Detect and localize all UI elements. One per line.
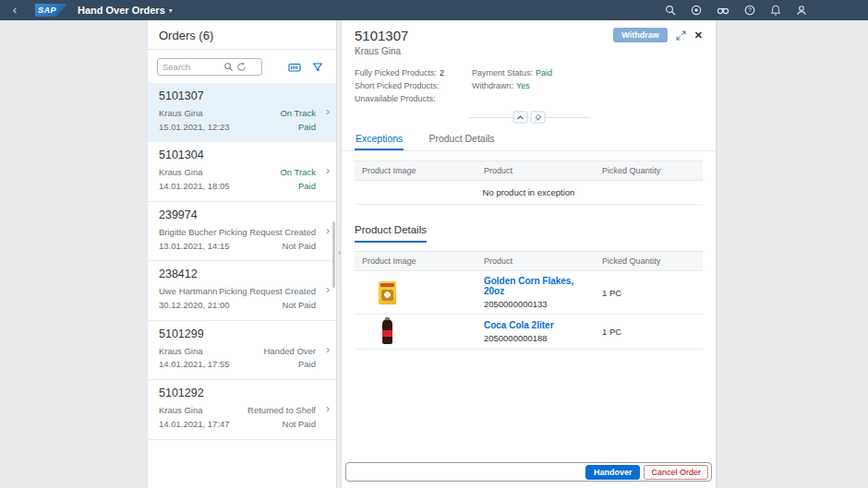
search-input[interactable] (163, 62, 223, 72)
orders-master-panel: Orders (6) 51013 (148, 20, 337, 488)
order-payment-status: Paid (298, 358, 316, 372)
chevron-right-icon: › (326, 344, 330, 355)
order-list-item[interactable]: 239974 Brigitte Bucher Picking Request C… (148, 202, 336, 261)
product-ean: 2050000000188 (484, 333, 587, 343)
product-link[interactable]: Golden Corn Flakes, 20oz (484, 276, 587, 296)
cancel-order-button[interactable]: Cancel Order (644, 465, 708, 480)
product-row: Coca Cola 2liter 2050000000188 1 PC (355, 315, 703, 350)
picked-quantity: 1 PC (595, 271, 703, 315)
products-col-product: Product (476, 252, 595, 271)
app-title[interactable]: Hand Over Orders (78, 5, 165, 16)
order-list-item[interactable]: 5101307 Kraus Gina On Track 15.01.2021, … (148, 83, 336, 142)
pin-icon[interactable] (530, 112, 545, 124)
header-collapse-row (355, 108, 703, 126)
binoculars-icon[interactable] (717, 5, 729, 16)
search-icon[interactable] (665, 5, 676, 16)
picked-quantity: 1 PC (595, 315, 703, 350)
fact-fully-picked: Fully Picked Products:2 (355, 67, 444, 79)
order-id: 5101304 (159, 149, 316, 161)
order-status: Handed Over (263, 345, 316, 359)
exceptions-col-product-image: Product Image (355, 161, 476, 181)
order-datetime: 14.01.2021, 17:55 (159, 358, 230, 372)
product-link[interactable]: Coca Cola 2liter (484, 320, 587, 330)
help-icon[interactable]: ? (744, 5, 755, 16)
back-icon[interactable]: ‹ (9, 5, 20, 16)
order-payment-status: Not Paid (283, 240, 316, 254)
handover-button[interactable]: Handover (585, 465, 641, 480)
profile-icon[interactable] (796, 5, 807, 16)
product-ean: 2050000000133 (484, 299, 587, 309)
order-status: On Track (280, 166, 316, 180)
order-status: Picking Request Created (219, 226, 316, 240)
order-payment-status: Paid (298, 180, 316, 194)
orders-list: 5101307 Kraus Gina On Track 15.01.2021, … (148, 83, 336, 440)
expand-icon[interactable] (676, 30, 686, 41)
detail-actions: Withdraw ✕ (613, 28, 703, 42)
tab-exceptions[interactable]: Exceptions (355, 126, 404, 150)
master-header: Orders (6) (148, 20, 336, 50)
chevron-right-icon: › (326, 106, 330, 117)
master-toolbar (148, 50, 336, 83)
chevron-right-icon: › (326, 284, 330, 295)
exceptions-col-product: Product (476, 161, 595, 181)
detail-footer: Handover Cancel Order (342, 456, 716, 488)
tab-product-details[interactable]: Product Details (428, 126, 495, 150)
order-id: 239974 (159, 208, 316, 221)
product-details-table: Product Image Product Picked Quantity Go… (355, 251, 703, 350)
order-status: On Track (280, 107, 316, 121)
header-facts: Fully Picked Products:2 Short Picked Pro… (355, 67, 703, 105)
barcode-scan-icon[interactable] (288, 62, 301, 73)
order-detail-panel: 5101307 Withdraw ✕ Kraus Gina Fully Pick… (342, 20, 716, 488)
notifications-icon[interactable] (770, 5, 781, 16)
order-status: Returned to Shelf (247, 404, 316, 418)
chevron-down-icon[interactable]: ▾ (169, 6, 173, 15)
order-datetime: 15.01.2021, 12:23 (159, 121, 230, 135)
product-details-section: Product Details (355, 220, 703, 243)
order-datetime: 14.01.2021, 17:47 (159, 418, 230, 432)
exceptions-col-picked-quantity: Picked Quantity (595, 161, 703, 181)
sap-logo-text: SAP (35, 6, 56, 15)
fact-short-picked: Short Picked Products: (355, 80, 444, 92)
app-screen: ‹ SAP Hand Over Orders ▾ ? (0, 0, 868, 488)
order-id: 238412 (159, 268, 316, 280)
order-list-item[interactable]: 5101299 Kraus Gina Handed Over 14.01.202… (148, 321, 336, 380)
chevron-right-icon: › (326, 225, 330, 236)
collapse-header-icon[interactable] (512, 112, 527, 124)
fact-payment-status: Payment Status:Paid (472, 67, 552, 79)
order-datetime: 14.01.2021, 18:05 (159, 180, 230, 194)
product-rows: Golden Corn Flakes, 20oz 2050000000133 1… (355, 271, 703, 350)
order-list-item[interactable]: 5101292 Kraus Gina Returned to Shelf 14.… (148, 380, 336, 439)
order-payment-status: Not Paid (283, 299, 316, 313)
order-customer: Kraus Gina (159, 404, 203, 418)
detail-tabs: Exceptions Product Details (342, 126, 716, 151)
footer-scan-input[interactable] (352, 465, 585, 479)
order-customer: Uwe Hartmann (159, 285, 217, 299)
order-id: 5101299 (159, 327, 316, 340)
refresh-icon[interactable] (236, 62, 247, 72)
search-icon[interactable] (223, 62, 234, 72)
order-customer: Kraus Gina (159, 107, 203, 121)
order-customer: Kraus Gina (159, 345, 203, 359)
order-payment-status: Paid (298, 121, 316, 135)
copilot-icon[interactable] (691, 5, 702, 16)
fact-withdrawn: Withdrawn:Yes (472, 80, 552, 92)
filter-icon[interactable] (312, 62, 323, 73)
shell-bar: ‹ SAP Hand Over Orders ▾ ? (0, 0, 868, 20)
product-details-title: Product Details (355, 224, 427, 243)
detail-content: Product Image Product Picked Quantity No… (342, 151, 716, 456)
order-detail-title: 5101307 (355, 28, 408, 43)
order-datetime: 13.01.2021, 14:15 (159, 240, 230, 254)
withdraw-button[interactable]: Withdraw (613, 28, 667, 42)
toolbar-icons (288, 62, 327, 73)
product-row: Golden Corn Flakes, 20oz 2050000000133 1… (355, 271, 703, 315)
products-col-picked-quantity: Picked Quantity (595, 252, 703, 271)
fact-unavailable: Unavailable Products: (355, 93, 444, 105)
order-payment-status: Not Paid (283, 418, 316, 432)
svg-text:?: ? (748, 6, 752, 13)
order-list-item[interactable]: 5101304 Kraus Gina On Track 14.01.2021, … (148, 142, 336, 201)
order-list-item[interactable]: 238412 Uwe Hartmann Picking Request Crea… (148, 261, 336, 320)
products-col-product-image: Product Image (355, 252, 476, 271)
detail-header: 5101307 Withdraw ✕ Kraus Gina Fully Pick… (342, 20, 716, 126)
chevron-right-icon: › (326, 403, 330, 414)
product-image (382, 319, 392, 344)
